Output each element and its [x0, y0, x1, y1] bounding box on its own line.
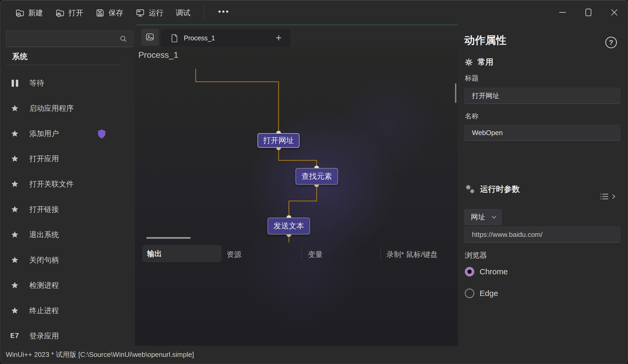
shield-icon	[97, 129, 106, 139]
run-button[interactable]: 运行	[135, 8, 163, 18]
gear-icon	[465, 58, 473, 66]
star-icon	[0, 281, 29, 290]
open-folder-up-icon	[55, 8, 65, 18]
document-tabbar: Process_1 +	[135, 26, 458, 47]
browser-label: 浏览器	[465, 250, 487, 260]
sidebar-item-add-user[interactable]: 添加用户	[0, 121, 135, 146]
bottom-tab-divider	[301, 247, 302, 260]
bottom-panel-resize-handle[interactable]	[146, 237, 191, 239]
debug-button[interactable]: 调试	[176, 8, 190, 18]
image-icon	[145, 32, 155, 42]
param-dropdown-value: 网址	[471, 212, 485, 222]
sidebar-item-detect-process[interactable]: 检测进程	[0, 273, 135, 298]
e7-icon: E7	[0, 332, 29, 340]
chevron-right-icon	[612, 194, 616, 199]
star-icon	[0, 231, 29, 239]
url-field-box	[464, 227, 620, 242]
bottom-tab-output[interactable]: 输出	[142, 245, 222, 262]
more-button[interactable]: •••	[218, 7, 230, 19]
properties-title: 动作属性	[464, 33, 507, 47]
canvas-vertical-scrollbar[interactable]	[455, 83, 456, 103]
bottom-tab-resources[interactable]: 资源	[227, 250, 241, 260]
title-field-label: 标题	[465, 74, 479, 83]
plus-icon: +	[276, 32, 282, 44]
new-button[interactable]: 新建	[15, 8, 43, 18]
chevron-down-icon	[491, 215, 497, 219]
flow-connectors	[135, 47, 458, 346]
browser-option-chrome-label: Chrome	[480, 267, 508, 276]
star-icon	[0, 130, 29, 138]
search-icon[interactable]	[119, 35, 127, 43]
section-runtime: 运行时参数	[465, 184, 520, 195]
param-dropdown[interactable]: 网址	[464, 209, 502, 225]
sidebar-divider	[6, 65, 121, 65]
bottom-tab-record[interactable]: 录制* 鼠标/键盘	[386, 250, 438, 260]
run-monitor-icon	[135, 8, 145, 18]
browser-option-chrome[interactable]: Chrome	[465, 267, 508, 276]
star-icon	[0, 205, 29, 214]
node-open-url[interactable]: 打开网址	[257, 133, 299, 148]
star-icon	[0, 306, 29, 315]
tab-process-1-label: Process_1	[184, 34, 215, 42]
sidebar-item-launch-app[interactable]: 启动应用程序	[0, 96, 135, 121]
gallery-tab-button[interactable]	[141, 29, 159, 46]
radio-selected-icon[interactable]	[465, 267, 474, 276]
sidebar-item-exit-system[interactable]: 退出系统	[0, 222, 135, 247]
status-text: WinUi++ 2023 * 试用版 [C:\Source\WinUi\web\…	[6, 350, 194, 359]
toolbar-separator	[204, 5, 204, 21]
section-runtime-title: 运行时参数	[480, 184, 520, 195]
app-window: 新建 打开 保存	[0, 0, 628, 364]
browser-option-edge[interactable]: Edge	[465, 289, 498, 298]
star-icon	[0, 180, 29, 188]
runtime-list-button[interactable]	[600, 192, 616, 201]
new-button-label: 新建	[28, 8, 43, 18]
title-field-box	[464, 88, 620, 104]
name-field-box	[464, 125, 620, 141]
search-input[interactable]	[6, 35, 119, 43]
open-button[interactable]: 打开	[55, 8, 83, 18]
help-icon[interactable]: ?	[605, 37, 617, 48]
node-send-text[interactable]: 发送文本	[268, 218, 310, 234]
toolbar: 新建 打开 保存	[0, 0, 628, 26]
pause-icon	[0, 80, 29, 87]
search-box	[6, 31, 133, 47]
browser-option-edge-label: Edge	[480, 289, 498, 298]
section-common-title: 常用	[477, 57, 493, 68]
node-find-element[interactable]: 查找元素	[296, 168, 338, 185]
bottom-tab-variables[interactable]: 变量	[308, 250, 323, 260]
canvas-top-accent-line	[137, 25, 458, 25]
run-button-label: 运行	[149, 8, 163, 18]
add-tab-button[interactable]: +	[272, 31, 285, 44]
url-field-input[interactable]	[465, 227, 620, 242]
name-field-input[interactable]	[465, 125, 620, 140]
sidebar-item-open-link[interactable]: 打开链接	[0, 197, 135, 222]
minimize-button[interactable]	[556, 6, 569, 18]
properties-panel: 动作属性 ? 常用 标题 名称	[458, 26, 628, 346]
sidebar-item-close-handle[interactable]: 关闭句柄	[0, 247, 135, 273]
flow-canvas[interactable]: Process_1 打开网址 查找元素	[135, 47, 458, 346]
sidebar-item-open-linked-file[interactable]: 打开关联文件	[0, 171, 135, 197]
bullet-list-icon	[600, 192, 609, 201]
star-icon	[0, 256, 29, 264]
section-common: 常用	[465, 57, 493, 68]
new-folder-plus-icon	[15, 8, 25, 18]
sidebar-item-kill-process[interactable]: 终止进程	[0, 298, 135, 323]
close-button[interactable]	[608, 6, 620, 18]
radio-unselected-icon[interactable]	[465, 289, 474, 298]
name-field-label: 名称	[465, 112, 479, 121]
sidebar-section-title: 系统	[12, 51, 27, 62]
ellipsis-icon: •••	[218, 7, 230, 16]
gears-icon	[465, 185, 475, 194]
star-icon	[0, 155, 29, 163]
sidebar-item-open-app[interactable]: 打开应用	[0, 146, 135, 171]
sidebar-item-wait[interactable]: 等待	[0, 70, 135, 96]
status-bar: WinUi++ 2023 * 试用版 [C:\Source\WinUi\web\…	[0, 345, 628, 364]
sidebar-item-login-app[interactable]: E7 登录应用	[0, 323, 135, 349]
star-icon	[0, 104, 29, 113]
debug-button-label: 调试	[176, 8, 190, 18]
title-field-input[interactable]	[465, 88, 620, 103]
save-floppy-down-icon	[95, 8, 105, 18]
save-button[interactable]: 保存	[95, 8, 123, 18]
maximize-button[interactable]	[582, 6, 594, 18]
tab-process-1[interactable]: Process_1	[161, 29, 290, 47]
